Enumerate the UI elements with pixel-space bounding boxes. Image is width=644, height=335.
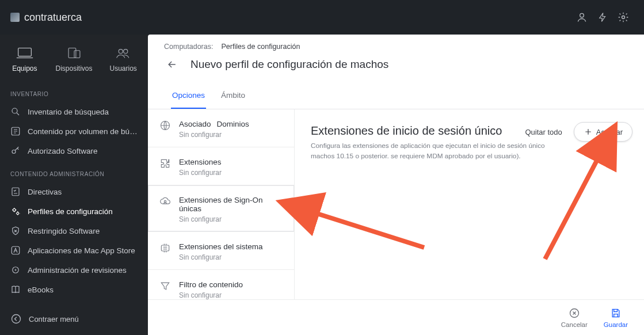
logo-icon [10,13,20,22]
devices-icon [64,45,84,61]
breadcrumb-level1: Computadoras: [164,43,213,51]
cancel-icon [569,307,580,319]
collapse-icon [10,313,22,325]
checklist-icon [10,186,21,197]
sidebar-item-inventario-busqueda[interactable]: Inventario de búsqueda [0,102,148,121]
system-ext-icon [159,242,171,254]
svg-rect-2 [18,48,31,56]
option-list[interactable]: Asociado Dominios Sin configurar Extensi… [148,109,295,299]
gear-icon[interactable] [613,7,634,28]
search-icon [10,106,21,117]
brand-name: contratuerca [24,12,82,24]
work-area: Asociado Dominios Sin configurar Extensi… [148,109,644,299]
panel-footer: Cancelar Guardar [148,299,644,335]
sidebar-item-label: Contenido por volumen de búsqueda [28,127,138,136]
option-item-filtro-contenido[interactable]: Filtro de contenido Sin configurar [148,270,294,299]
globe-icon [159,120,171,131]
brand: contratuerca [10,12,82,24]
user-icon[interactable] [571,7,592,28]
laptop-icon [15,45,35,61]
svg-rect-18 [161,245,169,251]
tab-label: Opciones [172,91,205,100]
option-sub: Sin configurar [179,169,222,177]
option-title: Asociado [179,120,211,128]
option-sub: Sin configurar [179,253,263,261]
puzzle-icon [159,158,171,169]
save-icon [610,307,622,319]
breadcrumb: Computadoras: Perfiles de configuración [164,43,628,51]
svg-point-12 [17,212,19,215]
svg-rect-10 [12,188,19,196]
svg-point-5 [119,50,123,54]
plus-icon [584,127,593,136]
tab-label: Ámbito [221,91,245,100]
svg-point-9 [12,150,16,154]
collapse-menu-button[interactable]: Contraer menú [0,304,148,335]
option-title: Filtro de contenido [179,280,243,289]
svg-point-0 [580,13,584,17]
key-icon [10,146,21,156]
add-button[interactable]: Agregar [574,122,632,142]
sidebar-item-mac-app-store[interactable]: Aplicaciones de Mac App Store [0,241,148,260]
patch-icon [10,265,21,275]
section-label-inventario: INVENTARIO [0,81,148,102]
cancel-button[interactable]: Cancelar [561,307,588,328]
sidebar-item-label: eBooks [28,285,54,294]
sidebar-item-label: Autorizado Software [28,147,98,155]
inner-tabs: Opciones Ámbito [148,83,644,109]
apps-box-icon [10,126,21,136]
option-item-system-ext[interactable]: Extensiones del sistema Sin configurar [148,232,294,270]
option-item-sso-extensiones[interactable]: Extensiones de Sign-On únicas Sin config… [148,185,294,232]
button-label: Agregar [596,128,623,136]
panel-header: Computadoras: Perfiles de configuración … [148,35,644,83]
tab-opciones[interactable]: Opciones [171,83,206,109]
save-button[interactable]: Guardar [604,307,628,328]
funnel-icon [159,280,171,292]
arrow-left-icon [166,59,178,70]
sidebar-item-admin-revisiones[interactable]: Administración de revisiones [0,260,148,280]
bolt-icon[interactable] [592,7,613,28]
top-tab-equipos[interactable]: Equipos [0,39,49,81]
detail-pane: Extensiones de inicio de sesión único Co… [295,109,644,299]
top-tab-usuarios[interactable]: Usuarios [98,39,148,81]
app-a-icon [10,245,21,256]
svg-rect-3 [68,48,76,58]
top-tab-label: Usuarios [110,64,137,73]
cloud-person-icon [159,196,171,207]
sidebar-item-perfiles-configuracion[interactable]: Perfiles de configuración [0,201,148,221]
section-label-contenido: CONTENIDO ADMINISTRACIÓN [0,161,148,182]
svg-point-11 [13,209,16,212]
sidebar-item-restringido-software[interactable]: Restringido Software [0,221,148,241]
top-tab-dispositivos[interactable]: Dispositivos [49,39,99,81]
detail-description: Configura las extensiones de aplicación … [311,141,552,161]
option-extra: Dominios [217,120,249,128]
topbar: contratuerca [0,0,644,35]
sidebar: Equipos Dispositivos Usuarios INVENTARIO… [0,35,148,335]
sidebar-item-label: Restringido Software [28,227,100,235]
option-sub: Sin configurar [179,215,285,223]
collapse-label: Contraer menú [29,315,79,323]
button-label: Quitar todo [525,128,562,136]
sidebar-item-directivas[interactable]: Directivas [0,182,148,201]
option-item-extensiones[interactable]: Extensiones Sin configurar [148,147,294,185]
button-label: Guardar [604,321,628,328]
option-sub: Sin configurar [179,131,249,139]
option-title: Extensiones de Sign-On únicas [179,196,285,213]
breadcrumb-level2[interactable]: Perfiles de configuración [221,43,300,51]
main-panel: Computadoras: Perfiles de configuración … [148,35,644,335]
svg-point-15 [12,315,21,323]
sidebar-item-label: Perfiles de configuración [28,207,113,216]
option-sub: Sin configurar [179,291,243,299]
sidebar-item-label: Aplicaciones de Mac App Store [28,246,135,255]
sidebar-item-label: Administración de revisiones [28,266,127,275]
option-title: Extensiones del sistema [179,242,263,251]
sidebar-item-ebooks[interactable]: eBooks [0,280,148,299]
sidebar-item-autorizado-software[interactable]: Autorizado Software [0,141,148,161]
option-title: Extensiones [179,158,222,166]
remove-all-button[interactable]: Quitar todo [518,123,569,141]
back-button[interactable] [164,56,180,73]
sidebar-item-contenido-volumen[interactable]: Contenido por volumen de búsqueda [0,121,148,141]
tab-ambito[interactable]: Ámbito [220,83,246,109]
option-item-asociado[interactable]: Asociado Dominios Sin configurar [148,109,294,147]
sidebar-item-label: Inventario de búsqueda [28,108,109,116]
